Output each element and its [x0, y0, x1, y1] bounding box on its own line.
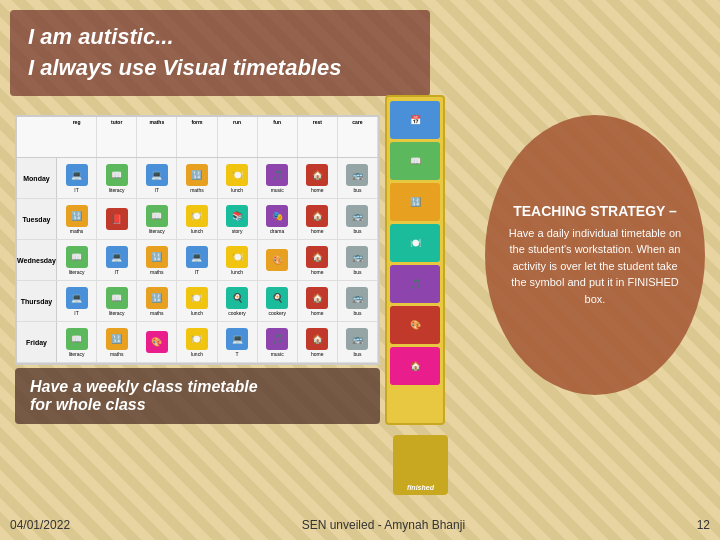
ind-cell: 🏠 — [390, 347, 440, 385]
individual-timetable: 📅 📖 🔢 🍽️ 🎵 🎨 🏠 — [385, 95, 445, 425]
timetable-grid: reg tutor maths form run fun rest care M… — [15, 115, 380, 365]
header-run: run — [218, 117, 258, 157]
ind-cell: 🎵 — [390, 265, 440, 303]
table-row: Wednesday 📖literacy 💻IT 🔢maths 💻IT 🍽️lun… — [17, 240, 378, 281]
header-tutor: tutor — [97, 117, 137, 157]
timetable-header: reg tutor maths form run fun rest care — [17, 117, 378, 158]
table-row: Tuesday 🔢maths 📕 📖literacy 🍽️lunch 📚stor… — [17, 199, 378, 240]
caption-box: Have a weekly class timetable for whole … — [15, 368, 380, 424]
footer-date: 04/01/2022 — [10, 518, 70, 532]
footer-page: 12 — [697, 518, 710, 532]
header-maths: maths — [137, 117, 177, 157]
strategy-text: Have a daily individual timetable on the… — [505, 225, 685, 308]
caption-line1: Have a weekly class timetable — [30, 378, 365, 396]
table-row: Monday 💻IT 📖literacy 💻IT 🔢maths 🍽️lunch … — [17, 158, 378, 199]
table-row: Friday 📖literacy 🔢maths 🎨 🍽️lunch 💻T 🎵mu… — [17, 322, 378, 363]
title-box: I am autistic... I always use Visual tim… — [10, 10, 430, 96]
table-row: Thursday 💻IT 📖literacy 🔢maths 🍽️lunch 🍳c… — [17, 281, 378, 322]
ind-cell: 📖 — [390, 142, 440, 180]
header-care: care — [338, 117, 378, 157]
slide: I am autistic... I always use Visual tim… — [0, 0, 720, 540]
finished-box: finished — [393, 435, 448, 495]
strategy-bubble: TEACHING STRATEGY – Have a daily individ… — [485, 115, 705, 395]
footer: 04/01/2022 SEN unveiled - Amynah Bhanji … — [10, 518, 710, 532]
header-rest: rest — [298, 117, 338, 157]
strategy-title: TEACHING STRATEGY – — [513, 203, 677, 219]
header-fun: fun — [258, 117, 298, 157]
ind-cell: 🎨 — [390, 306, 440, 344]
finished-label: finished — [407, 484, 434, 491]
ind-cell: 🔢 — [390, 183, 440, 221]
header-reg: reg — [57, 117, 97, 157]
title-line1: I am autistic... — [28, 22, 412, 53]
ind-cell: 📅 — [390, 101, 440, 139]
footer-center: SEN unveiled - Amynah Bhanji — [302, 518, 465, 532]
header-form: form — [177, 117, 217, 157]
ind-cell: 🍽️ — [390, 224, 440, 262]
title-line2: I always use Visual timetables — [28, 53, 412, 84]
caption-line2: for whole class — [30, 396, 365, 414]
